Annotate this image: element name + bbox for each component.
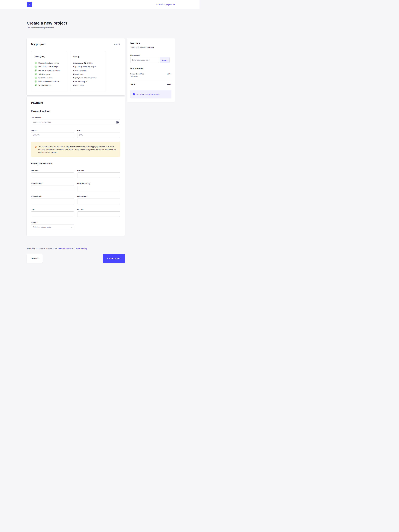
cvc-input[interactable] xyxy=(77,132,120,138)
back-to-projects-link[interactable]: Back to projects list xyxy=(156,4,175,6)
total-label: TOTAL xyxy=(130,83,136,86)
privacy-policy-link[interactable]: Privacy Policy xyxy=(76,247,87,249)
note-text: $75 will be charged next month. xyxy=(136,93,160,95)
page-subtitle: Lets create something awesome! xyxy=(27,27,175,29)
country-select[interactable]: Select or enter a value xyxy=(31,224,74,230)
plan-feature-label: Weekly backups xyxy=(38,84,51,86)
plan-feature-label: 1M API requests xyxy=(38,73,51,75)
last-name-input[interactable] xyxy=(77,172,120,178)
setup-row-value: USA xyxy=(80,84,84,86)
setup-row-git-provider: Git provider GitHub xyxy=(73,61,102,65)
invoice-title: Invoice xyxy=(130,42,171,45)
zip-code-input[interactable] xyxy=(77,211,120,217)
plan-feature: ✓ Weekly backups xyxy=(35,83,64,87)
billing-information-title: Billing information xyxy=(31,162,120,165)
plan-feature-label: Unlimited database entries xyxy=(38,62,59,64)
setup-row: Repository strapi/my-project xyxy=(73,65,102,69)
invoice-subtitle: This is what you will pay today xyxy=(130,46,171,48)
github-icon xyxy=(84,62,86,64)
plan-feature-label: 500 GB of assets bandwidth xyxy=(38,70,60,71)
price-item-amount: $8.04 xyxy=(167,73,171,75)
card-number-input[interactable] xyxy=(31,120,120,125)
back-link-label: Back to projects list xyxy=(159,4,175,6)
plan-feature: ✓ 1M API requests xyxy=(35,72,64,76)
pencil-icon: ✎ xyxy=(119,43,120,45)
email-address-input[interactable] xyxy=(77,186,120,191)
setup-row-value: strapi/my-project xyxy=(83,66,96,68)
strapi-logo[interactable] xyxy=(27,2,32,7)
plan-feature-label: Multi-environment available xyxy=(38,81,59,82)
credit-card-icon xyxy=(116,121,119,124)
setup-row-label: Repository xyxy=(73,66,82,68)
setup-title: Setup xyxy=(73,55,102,58)
return-arrow-icon xyxy=(156,4,158,6)
setup-summary-box: Setup Git provider GitHub Repository xyxy=(70,51,106,91)
first-name-label: First name xyxy=(31,170,38,171)
setup-row: Branch main xyxy=(73,72,102,76)
invoice-subtitle-prefix: This is what you will pay xyxy=(130,46,149,48)
check-icon: ✓ xyxy=(35,76,37,79)
check-icon: ✓ xyxy=(35,65,37,68)
go-back-button[interactable]: Go back xyxy=(27,254,43,263)
create-project-button[interactable]: Create project xyxy=(103,254,125,263)
plan-feature: ✓ 250 GB of assets storage xyxy=(35,65,64,69)
edit-label: Edit xyxy=(114,43,118,45)
card-number-label: Card Number xyxy=(31,117,41,118)
plan-feature-label: Selectable regions xyxy=(38,77,52,79)
top-navigation-bar: Back to projects list xyxy=(0,0,199,9)
terms-middle: and xyxy=(72,247,76,249)
setup-row-label: Branch xyxy=(73,73,79,75)
chevron-down-icon xyxy=(71,227,72,228)
email-info-icon[interactable]: i xyxy=(89,183,90,184)
plan-feature-label: 250 GB of assets storage xyxy=(38,66,58,68)
edit-project-button[interactable]: Edit ✎ xyxy=(114,43,120,45)
card-usage-warning: ! The chosen card will be used for all p… xyxy=(31,142,120,157)
setup-row-value: my-project xyxy=(79,70,87,71)
apply-discount-button[interactable]: Apply xyxy=(160,57,170,63)
warning-icon: ! xyxy=(35,146,37,148)
price-item-name: Strapi Cloud Pro xyxy=(130,73,144,75)
price-item-period: This month xyxy=(130,75,171,77)
invoice-subtitle-emphasis: today xyxy=(149,46,154,48)
setup-row-label: Deployment xyxy=(73,77,83,79)
my-project-card: My project Edit ✎ Plan (Pro) ✓ Unlimited… xyxy=(27,38,125,95)
address-line-2-input[interactable] xyxy=(77,198,120,204)
setup-row-label: Base directory xyxy=(73,81,85,82)
setup-row: Name my-project xyxy=(73,69,102,72)
setup-row-value: / xyxy=(86,81,87,82)
address-line-2-label: Address line 2 xyxy=(77,196,87,197)
country-placeholder: Select or enter a value xyxy=(33,226,51,228)
payment-title: Payment xyxy=(31,101,120,105)
warning-text: The chosen card will be used for all pro… xyxy=(38,146,117,154)
plan-feature: ✓ Multi-environment available xyxy=(35,80,64,83)
check-icon: ✓ xyxy=(35,84,37,86)
terms-prefix: By clicking on "Create", I agree to the xyxy=(27,247,58,249)
expires-input[interactable] xyxy=(31,132,74,138)
discount-code-input[interactable] xyxy=(130,57,159,63)
first-name-input[interactable] xyxy=(31,172,74,178)
plan-feature: ✓ Unlimited database entries xyxy=(35,61,64,65)
zip-code-label: ZIP code xyxy=(77,209,84,210)
plan-title: Plan (Pro) xyxy=(35,55,64,58)
cvc-label: CVC xyxy=(77,129,81,131)
address-line-1-input[interactable] xyxy=(31,198,74,204)
setup-row-label: Region xyxy=(73,84,79,86)
invoice-divider xyxy=(130,80,171,80)
check-icon: ✓ xyxy=(35,80,37,83)
discount-code-label: Discount code xyxy=(130,54,140,56)
setup-row: Region USA xyxy=(73,83,102,87)
invoice-card: Invoice This is what you will pay today … xyxy=(127,38,175,102)
project-card-title: My project xyxy=(31,43,46,46)
country-label: Country xyxy=(31,222,37,223)
terms-of-service-link[interactable]: Terms of Service xyxy=(58,247,71,249)
setup-row: Deployment At every commit xyxy=(73,76,102,80)
setup-row-value: GitHub xyxy=(87,62,92,64)
strapi-logo-icon xyxy=(28,3,31,6)
payment-card: Payment Payment method Card Number Expir… xyxy=(27,97,125,236)
city-label: City xyxy=(31,209,34,210)
payment-method-title: Payment method xyxy=(31,110,120,113)
plan-feature: ✓ 500 GB of assets bandwidth xyxy=(35,69,64,72)
city-input[interactable] xyxy=(31,211,74,217)
check-icon: ✓ xyxy=(35,73,37,75)
company-name-input[interactable] xyxy=(31,185,74,191)
